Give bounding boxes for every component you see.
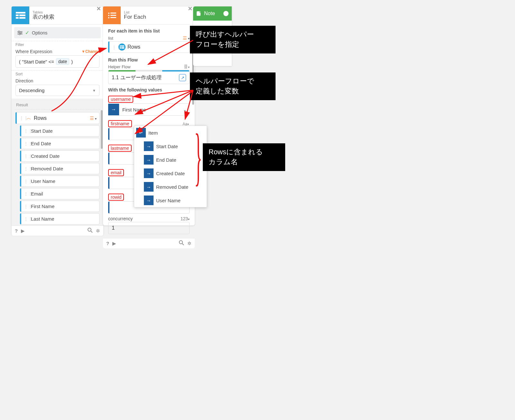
search-icon[interactable] [179,240,184,246]
svg-rect-16 [110,15,116,16]
brace-icon: } [194,119,202,193]
gear-icon[interactable]: ✲ [187,241,192,246]
result-label: Result [15,101,100,110]
filter-icon: ▼ [81,49,85,54]
note-badge-icon [223,11,229,16]
filter-section-label: Filter [12,41,103,48]
drag-handle-icon[interactable]: ⋮⋮ [24,166,28,171]
drag-handle-icon[interactable]: ⋮⋮ [24,191,28,196]
helper-flow-label: Helper Flow [108,64,130,69]
param-name-firstname: firstname [108,120,132,127]
number-type-icon[interactable]: 123▾ [181,216,190,221]
object-icon: ↵ [136,128,146,138]
svg-point-13 [108,13,109,14]
helper-flow-select[interactable]: 1.1 ユーザー作成処理 ↗ [108,70,190,84]
card-tables-footer: ? ▶ ✲ [12,225,103,236]
svg-point-10 [19,33,20,35]
concurrency-input[interactable]: 1 [108,222,190,234]
drag-handle-icon[interactable]: ⋮⋮ [24,141,28,146]
card-title: 表の検索 [33,14,54,20]
drag-handle-icon[interactable]: ⋮⋮ [19,116,24,120]
svg-point-9 [20,32,22,33]
date-pill[interactable]: date [56,58,69,65]
run-flow-heading: Run this Flow [108,57,190,62]
svg-rect-18 [110,17,116,18]
result-section: Result ⋮⋮ ︿ Rows ☰ ▾ ⋮⋮Start Date⋮⋮End D… [12,99,103,227]
svg-rect-22 [120,48,121,49]
run-icon[interactable]: ▶ [112,241,116,246]
direction-label: Direction [15,78,33,83]
drag-handle-icon[interactable]: ⋮⋮ [24,179,28,184]
change-link[interactable]: ▼Change [81,49,99,54]
svg-rect-1 [16,14,19,16]
arrow-right-icon: → [144,182,154,192]
result-field-item[interactable]: ⋮⋮Removed Date [20,163,99,174]
result-field-item[interactable]: ⋮⋮First Name [20,201,99,212]
concurrency-label: concurrency [108,216,133,221]
open-external-icon[interactable]: ↗ [179,74,186,81]
drag-handle-icon[interactable]: ⋮⋮ [112,45,117,50]
card-foreach-footer: ? ▶ ✲ [103,238,195,248]
sliders-icon [17,31,23,35]
help-icon[interactable]: ? [106,241,109,246]
arrow-right-icon: → [144,196,154,205]
drag-handle-icon[interactable]: ⋮⋮ [24,216,28,221]
svg-rect-14 [110,13,116,14]
close-icon[interactable]: × [188,5,192,13]
result-field-item[interactable]: ⋮⋮User Name [20,176,99,187]
chevron-down-icon[interactable]: ⌄ [181,107,189,112]
param-name-username: username [108,96,133,103]
check-icon: ✓ [25,30,29,36]
svg-rect-4 [19,17,25,19]
list-type-icon[interactable]: ☰ ▾ [183,35,190,41]
arrow-right-icon: → [108,104,119,115]
close-icon[interactable]: × [97,5,101,13]
direction-select[interactable]: Descending ▼ [15,85,99,96]
result-field-item[interactable]: ⋮⋮Start Date [20,125,99,137]
list-rows-pill[interactable]: ⋮⋮ Rows [108,41,190,53]
svg-point-11 [88,228,91,231]
card-title: For Each [124,14,146,20]
options-row[interactable]: ✓ Options [14,27,101,38]
db-icon[interactable]: 🗄▾ [184,64,190,69]
help-icon[interactable]: ? [15,228,18,234]
result-field-item[interactable]: ⋮⋮Email [20,188,99,199]
result-field-item[interactable]: ⋮⋮End Date [20,138,99,149]
arrow-right-icon: → [144,168,154,178]
param-name-lastname: lastname [108,145,132,152]
param-name-email: email [108,169,124,176]
where-expression-input[interactable]: ( "Start Date" <= date ) [15,55,99,68]
dropdown-item[interactable]: →User Name [134,194,207,207]
svg-line-25 [182,243,184,245]
param-name-rowid: rowid [108,194,124,201]
rows-item[interactable]: ⋮⋮ ︿ Rows ☰ ▾ [15,112,99,124]
tables-icon [12,6,29,24]
drag-handle-icon[interactable]: ⋮⋮ [24,204,28,209]
result-field-item[interactable]: ⋮⋮Created Date [20,150,99,162]
arrow-right-icon: → [144,141,154,151]
list-type-icon[interactable]: ☰ ▾ [90,116,97,121]
run-icon[interactable]: ▶ [21,228,25,234]
tables-mini-icon [118,43,126,51]
svg-rect-23 [121,48,124,49]
svg-point-24 [179,241,183,244]
svg-rect-20 [120,47,121,48]
values-heading: With the following values [108,87,190,92]
svg-rect-2 [19,14,25,16]
drag-handle-icon[interactable]: ⋮⋮ [24,154,28,158]
svg-point-17 [108,17,109,18]
chevron-up-icon[interactable]: ︿ [26,115,31,121]
gear-icon[interactable]: ✲ [96,228,100,234]
scrollbar[interactable] [101,110,103,149]
search-icon[interactable] [88,228,93,234]
annotation-variables: ヘルパーフローで定義した変数 [190,72,276,100]
list-icon [103,6,121,24]
card-tables: Tables 表の検索 × ✓ Options Filter Where Exp… [12,6,103,235]
param-value-username[interactable]: →First Name⌄ [108,103,190,116]
list-label: list [108,36,113,41]
where-expression-row: Where Expression ▼Change [12,48,103,55]
result-field-item[interactable]: ⋮⋮Last Name [20,213,99,224]
svg-rect-21 [121,47,124,48]
drag-handle-icon[interactable]: ⋮⋮ [24,129,28,133]
svg-point-8 [18,31,20,32]
